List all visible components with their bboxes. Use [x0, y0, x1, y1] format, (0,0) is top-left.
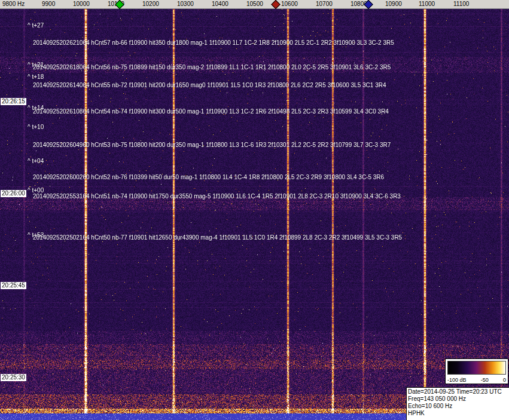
echo-record: 20140925202600260 hCnt52 nb-76 f10399 hi…: [33, 174, 384, 180]
event-time-marker: ^ t+10: [28, 124, 44, 130]
info-station-code: HPHK: [408, 410, 509, 417]
freq-tick-label: 10400: [212, 1, 228, 8]
legend-max-label: 0: [503, 376, 506, 384]
time-label: 20:25:30: [1, 374, 26, 381]
time-label: 20:26:15: [1, 98, 26, 105]
color-scale-legend: -100 dB -50 0: [445, 358, 508, 384]
freq-tick-label: 10200: [142, 1, 159, 8]
freq-tick-label: 11000: [419, 1, 435, 8]
color-scale-labels: -100 dB -50 0: [447, 376, 506, 384]
echo-record: 20140925202604960 hCnt53 nb-75 f10800 hi…: [33, 142, 391, 148]
color-scale-gradient: [447, 361, 506, 375]
freq-tick-label: 10900: [385, 1, 402, 8]
event-time-marker: ^ t+04: [28, 158, 44, 164]
echo-record: 20140925202614064 hCnt55 nb-72 f10901 hi…: [33, 82, 386, 88]
freq-tick-label: 10300: [177, 1, 194, 8]
event-time-marker: ^ t+27: [28, 22, 44, 29]
observation-info-box: Date=2014-09-25 Time=20:23 UTC Freq=143 …: [406, 387, 509, 420]
echo-record: 20140925202553164 hCnt51 nb-74 f10900 hi…: [33, 193, 401, 200]
echo-record: 20140925202621064 hCnt57 nb-66 f10900 hi…: [33, 39, 394, 46]
echo-record: 20140925202610864 hCnt54 nb-74 f10900 hi…: [33, 108, 389, 115]
freq-tick-label: 10000: [73, 1, 90, 8]
freq-tick-label: 10700: [316, 1, 333, 8]
event-time-marker: ^ t+18: [28, 73, 44, 80]
spectrogram-app: 9800 Hz 9900 10000 10100 10200 10300 104…: [0, 0, 509, 420]
time-label: 20:26:00: [1, 190, 26, 197]
info-date-time: Date=2014-09-25 Time=20:23 UTC: [408, 388, 509, 396]
freq-tick-label: 10600: [281, 1, 298, 8]
freq-tick-label: 10500: [246, 1, 263, 8]
echo-record: 20140925202502164 hCnt50 nb-77 f10901 hi…: [33, 234, 402, 241]
freq-tick-label: 9900: [42, 1, 55, 8]
freq-tick-label: 9800 Hz: [2, 1, 25, 8]
info-frequency: Freq=143 050 000 Hz: [408, 396, 509, 403]
frequency-axis: 9800 Hz 9900 10000 10100 10200 10300 104…: [0, 0, 509, 9]
freq-tick-label: 11100: [453, 1, 469, 8]
echo-record: 20140925202618064 hCnt56 nb-75 f10899 hi…: [33, 64, 391, 70]
legend-min-label: -100 dB: [447, 376, 467, 384]
red-diamond-marker-icon[interactable]: [271, 0, 281, 9]
time-label: 20:25:45: [1, 282, 26, 289]
info-echo-frequency: Echo=10 600 Hz: [408, 403, 509, 410]
legend-mid-label: -50: [481, 376, 489, 384]
